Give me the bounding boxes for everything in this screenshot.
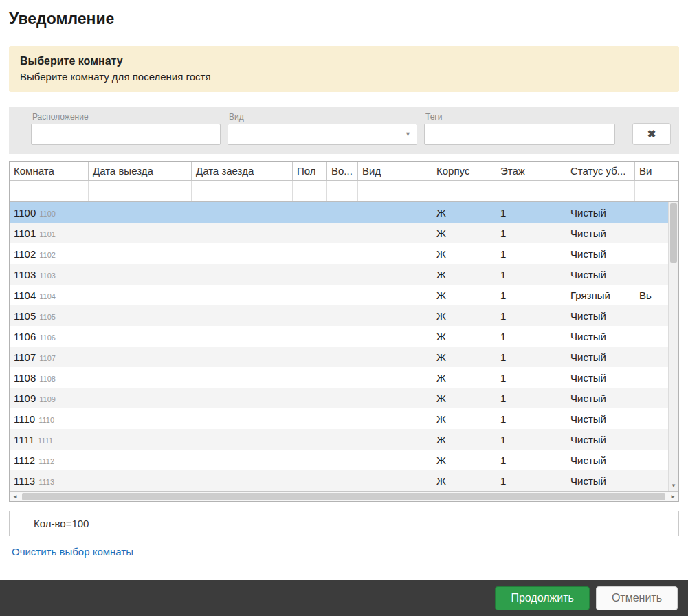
clear-room-selection-link[interactable]: Очистить выбор комнаты	[12, 546, 133, 558]
room-number-sub: 1104	[39, 292, 56, 300]
table-cell: 1	[496, 248, 566, 260]
table-row[interactable]: 11071107Ж1Чистый	[10, 346, 668, 367]
room-number: 1103	[14, 269, 36, 280]
table-cell: Ж	[432, 310, 496, 322]
room-number: 1107	[14, 351, 36, 363]
room-number-sub: 1110	[38, 416, 54, 424]
table-cell: 1	[496, 310, 566, 322]
scroll-left-icon[interactable]: ◄	[10, 494, 21, 500]
room-number-sub: 1101	[39, 230, 56, 239]
table-row[interactable]: 11041104Ж1ГрязныйВь	[10, 285, 668, 305]
table-cell: 11061106	[10, 331, 89, 342]
column-header[interactable]: Вид	[358, 162, 432, 180]
table-row[interactable]: 11051105Ж1Чистый	[10, 305, 668, 326]
room-number-sub: 1100	[39, 210, 56, 218]
room-number: 1112	[14, 454, 35, 466]
table-row[interactable]: 11091109Ж1Чистый	[10, 388, 668, 408]
rooms-table: КомнатаДата выездаДата заездаПолВо...Вид…	[9, 161, 679, 502]
table-cell: Ж	[432, 269, 496, 280]
column-filter-cell[interactable]	[635, 181, 678, 201]
column-header[interactable]: Ви	[635, 162, 678, 180]
scroll-right-icon[interactable]: ►	[667, 494, 678, 500]
column-filter-cell[interactable]	[496, 181, 566, 201]
table-cell: 11071107	[10, 351, 89, 363]
room-number: 1111	[14, 434, 34, 446]
alert-subtitle: Выберите комнату для поселения гостя	[20, 71, 668, 82]
table-cell: 1	[496, 475, 566, 487]
column-filter-cell[interactable]	[327, 181, 358, 201]
room-number-sub: 1103	[39, 272, 56, 280]
table-row[interactable]: 11131113Ж1Чистый	[10, 470, 668, 491]
table-row[interactable]: 11021102Ж1Чистый	[10, 243, 668, 264]
table-cell: Ж	[432, 351, 496, 363]
table-cell: 11031103	[10, 269, 89, 280]
tags-input[interactable]	[424, 124, 615, 145]
column-header[interactable]: Дата выезда	[89, 162, 192, 180]
page-title: Уведомление	[0, 0, 688, 32]
vertical-scrollbar[interactable]: ▼	[668, 202, 678, 491]
table-cell: 11121112	[10, 454, 89, 466]
vertical-scroll-thumb[interactable]	[670, 204, 677, 263]
table-cell: Чистый	[566, 393, 635, 404]
room-number-sub: 1102	[39, 251, 56, 259]
table-cell: Ж	[432, 454, 496, 466]
room-number: 1109	[14, 393, 36, 404]
table-cell: 1	[496, 351, 566, 363]
column-header[interactable]: Корпус	[432, 162, 496, 180]
table-row[interactable]: 11061106Ж1Чистый	[10, 326, 668, 346]
table-row[interactable]: 11011101Ж1Чистый	[10, 223, 668, 243]
column-header[interactable]: Дата заезда	[192, 162, 293, 180]
room-number-sub: 1113	[38, 478, 54, 486]
table-row[interactable]: 11001100Ж1Чистый	[10, 202, 668, 223]
scroll-down-icon[interactable]: ▼	[669, 481, 678, 491]
horizontal-scroll-thumb[interactable]	[22, 493, 665, 500]
table-cell: Ж	[432, 434, 496, 446]
table-filter-row	[10, 181, 678, 202]
column-header[interactable]: Комната	[10, 162, 89, 180]
column-header[interactable]: Этаж	[496, 162, 566, 180]
column-header[interactable]: Статус уб...	[566, 162, 635, 180]
column-filter-cell[interactable]	[10, 181, 89, 201]
clear-filters-button[interactable]: ✖	[632, 123, 671, 145]
table-cell: 1	[496, 454, 566, 466]
location-input[interactable]	[31, 124, 221, 145]
view-select[interactable]	[228, 124, 417, 145]
table-cell: Чистый	[566, 413, 635, 425]
table-cell: Ж	[432, 393, 496, 404]
table-cell: 11081108	[10, 372, 89, 384]
table-row[interactable]: 11121112Ж1Чистый	[10, 450, 668, 470]
table-cell: 1	[496, 434, 566, 446]
table-row[interactable]: 11081108Ж1Чистый	[10, 367, 668, 388]
room-number: 1105	[14, 310, 36, 322]
column-filter-cell[interactable]	[358, 181, 432, 201]
table-row[interactable]: 11101110Ж1Чистый	[10, 408, 668, 429]
table-cell: 11051105	[10, 310, 89, 322]
column-filter-cell[interactable]	[432, 181, 496, 201]
room-number-sub: 1106	[39, 333, 56, 342]
table-cell: Ж	[432, 228, 496, 239]
dialog-footer: Продолжить Отменить	[0, 580, 688, 616]
table-cell: Чистый	[566, 228, 635, 239]
column-filter-cell[interactable]	[293, 181, 327, 201]
horizontal-scrollbar[interactable]: ◄ ►	[10, 491, 678, 501]
column-filter-cell[interactable]	[566, 181, 635, 201]
cancel-button[interactable]: Отменить	[596, 586, 678, 610]
column-filter-cell[interactable]	[89, 181, 192, 201]
column-header[interactable]: Пол	[293, 162, 327, 180]
table-cell: Ж	[432, 248, 496, 260]
column-filter-cell[interactable]	[192, 181, 293, 201]
notification-alert: Выберите комнату Выберите комнату для по…	[9, 46, 679, 92]
table-row[interactable]: 11111111Ж1Чистый	[10, 429, 668, 450]
column-header[interactable]: Во...	[327, 162, 358, 180]
table-cell: 11021102	[10, 248, 89, 260]
table-cell: Ж	[432, 413, 496, 425]
table-row[interactable]: 11031103Ж1Чистый	[10, 264, 668, 285]
table-cell: 11091109	[10, 393, 89, 404]
row-count-label: Кол-во=100	[34, 518, 89, 529]
table-header-row: КомнатаДата выездаДата заездаПолВо...Вид…	[10, 162, 678, 181]
table-cell: Чистый	[566, 269, 635, 280]
table-cell: Чистый	[566, 207, 635, 219]
room-number: 1100	[14, 207, 36, 219]
room-number: 1113	[14, 475, 35, 487]
continue-button[interactable]: Продолжить	[495, 586, 589, 610]
